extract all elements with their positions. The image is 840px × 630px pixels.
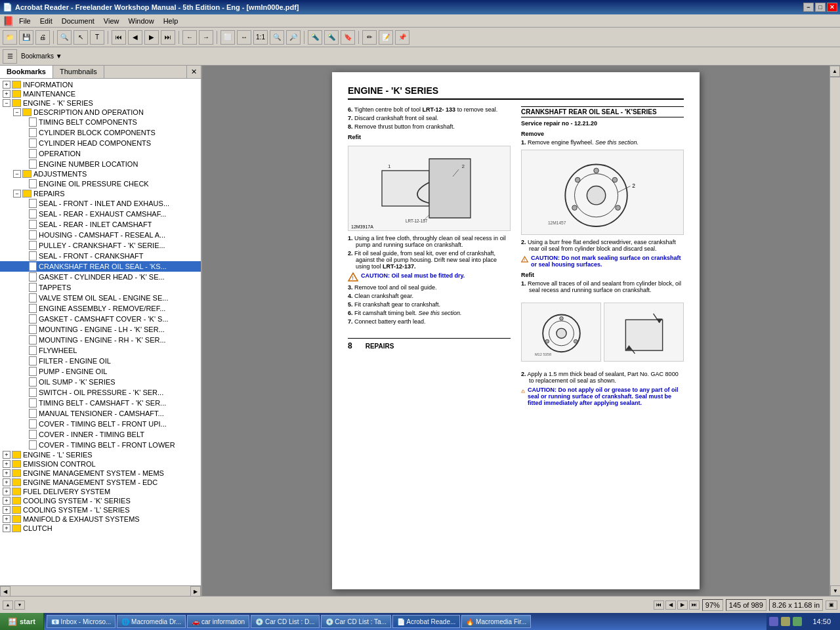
menu-window[interactable]: Window bbox=[125, 16, 158, 26]
tb-stamp[interactable]: 📌 bbox=[395, 30, 410, 45]
tb-zoom-out[interactable]: 🔎 bbox=[286, 30, 301, 45]
tb-annot2[interactable]: 📝 bbox=[379, 30, 393, 45]
tb-open[interactable]: 📁 bbox=[3, 30, 17, 45]
tree-item-head-comp[interactable]: CYLINDER HEAD COMPONENTS bbox=[0, 138, 201, 148]
tree-item-mounting-lh[interactable]: MOUNTING - ENGINE - LH - 'K' SER... bbox=[0, 324, 201, 335]
start-button[interactable]: 🪟 start bbox=[0, 613, 44, 630]
tree-item-valve-stem[interactable]: VALVE STEM OIL SEAL - ENGINE SE... bbox=[0, 293, 201, 303]
tree-item-cover-lower[interactable]: COVER - TIMING BELT - FRONT LOWER bbox=[0, 440, 201, 450]
tree-item-timing-belt[interactable]: TIMING BELT COMPONENTS bbox=[0, 117, 201, 127]
tree-item-crank-rear-seal[interactable]: CRANKSHAFT REAR OIL SEAL - 'KS... bbox=[0, 261, 201, 272]
panel-close[interactable]: ✕ bbox=[186, 66, 201, 78]
tree-item-information[interactable]: + INFORMATION bbox=[0, 80, 201, 89]
tree-item-seal-rear-exhaust[interactable]: SEAL - REAR - EXHAUST CAMSHAF... bbox=[0, 209, 201, 219]
minimize-button[interactable]: − bbox=[803, 3, 814, 12]
taskbar-item-car-cd-t[interactable]: 💿 Car CD List : Ta... bbox=[321, 615, 392, 628]
expand-manifold[interactable]: + bbox=[3, 515, 10, 523]
tree-item-cooling-l[interactable]: + COOLING SYSTEM - 'L' SERIES bbox=[0, 505, 201, 514]
expand-engine-k[interactable]: − bbox=[3, 99, 10, 107]
close-button[interactable]: ✕ bbox=[827, 3, 837, 12]
taskbar-item-car-info[interactable]: 🚗 car information bbox=[187, 615, 249, 628]
tab-bookmarks[interactable]: Bookmarks bbox=[0, 66, 53, 78]
panel-scroll-up[interactable]: ▲ bbox=[3, 600, 13, 610]
tree-item-flywheel[interactable]: FLYWHEEL bbox=[0, 345, 201, 356]
taskbar-item-macromedia-f[interactable]: 🔥 Macromedia Fir... bbox=[461, 615, 531, 628]
nav-prev[interactable]: ◀ bbox=[665, 600, 676, 610]
tree-item-timing-belt-cam[interactable]: TIMING BELT - CAMSHAFT - 'K' SER... bbox=[0, 398, 201, 408]
taskbar-item-inbox[interactable]: 📧 Inbox - Microso... bbox=[47, 615, 116, 628]
expand-clutch[interactable]: + bbox=[3, 524, 10, 532]
tb-prev-page[interactable]: ◀ bbox=[128, 30, 142, 45]
expand-desc-op[interactable]: − bbox=[13, 108, 21, 116]
tree-item-clutch[interactable]: + CLUTCH bbox=[0, 524, 201, 533]
panel-scroll-right[interactable]: ▶ bbox=[190, 586, 201, 596]
tree-item-tappets[interactable]: TAPPETS bbox=[0, 282, 201, 293]
tb-find[interactable]: 🔦 bbox=[308, 30, 322, 45]
nav-last[interactable]: ⏭ bbox=[689, 600, 700, 610]
tree-item-gasket-cyl-head[interactable]: GASKET - CYLINDER HEAD - 'K' SE... bbox=[0, 272, 201, 282]
nav-next[interactable]: ▶ bbox=[677, 600, 688, 610]
tree-item-pump-oil[interactable]: PUMP - ENGINE OIL bbox=[0, 366, 201, 377]
panel-scroll-left[interactable]: ◀ bbox=[0, 586, 10, 596]
tb-print[interactable]: 🖨 bbox=[35, 30, 50, 45]
right-scrollbar[interactable]: ▲ ▼ bbox=[830, 66, 840, 596]
tb-save[interactable]: 💾 bbox=[19, 30, 33, 45]
tree-item-gasket-camshaft-cover[interactable]: GASKET - CAMSHAFT COVER - 'K' S... bbox=[0, 314, 201, 324]
panel-scroll-down[interactable]: ▼ bbox=[14, 600, 25, 610]
tb-text-select[interactable]: T bbox=[90, 30, 104, 45]
tree-item-operation[interactable]: OPERATION bbox=[0, 148, 201, 159]
tree-item-eng-num[interactable]: ENGINE NUMBER LOCATION bbox=[0, 159, 201, 169]
tree-item-manual-tensioner[interactable]: MANUAL TENSIONER - CAMSHAFT... bbox=[0, 408, 201, 419]
tree-item-seal-front-inlet[interactable]: SEAL - FRONT - INLET AND EXHAUS... bbox=[0, 198, 201, 209]
scroll-down-btn[interactable]: ▼ bbox=[830, 585, 840, 596]
taskbar-item-car-cd-d[interactable]: 💿 Car CD List : D... bbox=[251, 615, 319, 628]
tb-actual-size[interactable]: 1:1 bbox=[253, 30, 268, 45]
tb-find2[interactable]: 🔦 bbox=[324, 30, 339, 45]
tree-item-edc[interactable]: + ENGINE MANAGEMENT SYSTEM - EDC bbox=[0, 478, 201, 487]
tree-item-seal-rear-inlet[interactable]: SEAL - REAR - INLET CAMSHAFT bbox=[0, 219, 201, 230]
menu-document[interactable]: Document bbox=[58, 16, 98, 26]
tree-item-oil-sump[interactable]: OIL SUMP - 'K' SERIES bbox=[0, 377, 201, 387]
tb-last-page[interactable]: ⏭ bbox=[161, 30, 175, 45]
expand-emission[interactable]: + bbox=[3, 460, 10, 468]
tb-fit-page[interactable]: ⬜ bbox=[220, 30, 235, 45]
menu-edit[interactable]: Edit bbox=[36, 16, 56, 26]
tree-item-block-comp[interactable]: CYLINDER BLOCK COMPONENTS bbox=[0, 127, 201, 138]
expand-maintenance[interactable]: + bbox=[3, 90, 10, 98]
expand-repairs[interactable]: − bbox=[13, 190, 21, 198]
expand-information[interactable]: + bbox=[3, 81, 10, 89]
tb-next-page[interactable]: ▶ bbox=[144, 30, 159, 45]
expand-adjustments[interactable]: − bbox=[13, 170, 21, 178]
tab-thumbnails[interactable]: Thumbnails bbox=[53, 66, 104, 78]
tree-item-fuel[interactable]: + FUEL DELIVERY SYSTEM bbox=[0, 487, 201, 496]
tree-item-emission[interactable]: + EMISSION CONTROL bbox=[0, 459, 201, 469]
tree-item-engine-l[interactable]: + ENGINE - 'L' SERIES bbox=[0, 450, 201, 459]
tree-item-filter-oil[interactable]: FILTER - ENGINE OIL bbox=[0, 356, 201, 366]
nav-first[interactable]: ⏮ bbox=[654, 600, 664, 610]
maximize-button[interactable]: □ bbox=[815, 3, 826, 12]
menu-help[interactable]: Help bbox=[159, 16, 182, 26]
tree-item-cover-upper[interactable]: COVER - TIMING BELT - FRONT UPI... bbox=[0, 419, 201, 429]
tree-item-engine-assembly[interactable]: ENGINE ASSEMBLY - REMOVE/REF... bbox=[0, 303, 201, 314]
tree-item-pulley-crankshaft[interactable]: PULLEY - CRANKSHAFT - 'K' SERIE... bbox=[0, 240, 201, 251]
expand-cooling-l[interactable]: + bbox=[3, 506, 10, 514]
tree-item-cooling-k[interactable]: + COOLING SYSTEM - 'K' SERIES bbox=[0, 496, 201, 505]
expand-edc[interactable]: + bbox=[3, 478, 10, 486]
expand-engine-l[interactable]: + bbox=[3, 451, 10, 459]
taskbar-item-acrobat[interactable]: 📄 Acrobat Reade... bbox=[392, 615, 460, 628]
tree-item-manifold[interactable]: + MANIFOLD & EXHAUST SYSTEMS bbox=[0, 514, 201, 524]
expand-mems[interactable]: + bbox=[3, 469, 10, 477]
menu-view[interactable]: View bbox=[100, 16, 123, 26]
tree-item-desc-op[interactable]: − DESCRIPTION AND OPERATION bbox=[0, 108, 201, 117]
tb-bookmark[interactable]: 🔖 bbox=[341, 30, 355, 45]
tree-item-mounting-rh[interactable]: MOUNTING - ENGINE - RH - 'K' SER... bbox=[0, 335, 201, 345]
tree-item-mems[interactable]: + ENGINE MANAGEMENT SYSTEM - MEMS bbox=[0, 469, 201, 478]
tree-item-housing-camshaft[interactable]: HOUSING - CAMSHAFT - RESEAL A... bbox=[0, 230, 201, 240]
tree-item-switch-oil[interactable]: SWITCH - OIL PRESSURE - 'K' SER... bbox=[0, 387, 201, 398]
page-view-btn[interactable]: ▣ bbox=[826, 600, 837, 610]
tree-item-oil-pressure[interactable]: ENGINE OIL PRESSURE CHECK bbox=[0, 178, 201, 189]
tb-cursor[interactable]: ↖ bbox=[74, 30, 88, 45]
expand-fuel[interactable]: + bbox=[3, 488, 10, 495]
tb-annot[interactable]: ✏ bbox=[362, 30, 377, 45]
taskbar-item-macromedia-dr[interactable]: 🌐 Macromedia Dr... bbox=[117, 615, 186, 628]
